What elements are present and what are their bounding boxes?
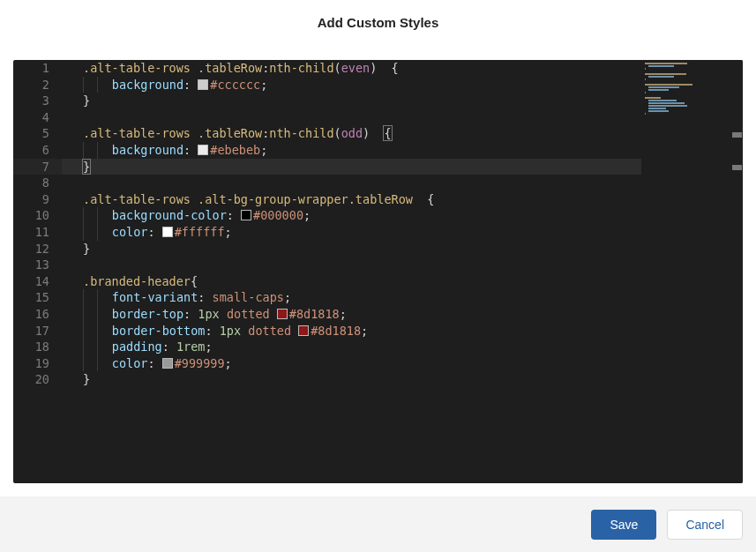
line-number: 4 (13, 109, 62, 126)
code-line[interactable]: } (62, 371, 641, 388)
indent-guide (97, 207, 98, 224)
code-token: 1px (198, 307, 219, 321)
code-token: .branded-header (83, 274, 191, 288)
editor-overview-ruler[interactable] (731, 60, 743, 483)
code-line[interactable]: } (62, 241, 641, 257)
code-line[interactable]: border-bottom: 1px dotted #8d1818; (62, 323, 641, 339)
code-line-content: } (62, 242, 90, 256)
code-line-content: background: #ebebeb; (62, 143, 267, 157)
code-token: : (183, 307, 198, 321)
code-token: } (82, 159, 91, 175)
code-line-content: background: #cccccc; (62, 78, 267, 92)
line-number: 16 (13, 306, 62, 323)
code-token: : (183, 143, 198, 157)
minimap-strip (645, 73, 686, 75)
minimap-strip (648, 105, 687, 107)
code-token: #8d1818 (311, 324, 361, 338)
code-line-content: background-color: #000000; (62, 208, 311, 222)
code-token: .alt-table-rows (83, 126, 191, 140)
code-token: ; (303, 208, 311, 222)
code-token: ; (340, 307, 347, 321)
code-token: padding (112, 339, 162, 354)
editor-minimap[interactable] (643, 60, 731, 483)
code-token: dotted (248, 324, 291, 338)
code-token: ( (334, 126, 341, 140)
minimap-strip (648, 86, 679, 88)
code-line[interactable]: background: #ebebeb; (62, 142, 641, 159)
editor-gutter: 1234567891011121314151617181920 (13, 60, 62, 483)
minimap-strip (648, 100, 677, 101)
css-editor[interactable]: 1234567891011121314151617181920 .alt-tab… (13, 60, 743, 483)
code-line[interactable]: .alt-table-rows .alt-bg-group-wrapper.ta… (62, 191, 641, 208)
indent-guide (83, 142, 84, 159)
indent-guide (83, 306, 84, 323)
line-number: 2 (13, 77, 62, 93)
code-token: background-color (112, 208, 227, 222)
code-token: 1rem (176, 339, 206, 354)
code-line[interactable]: } (62, 159, 641, 175)
code-token: odd (341, 126, 363, 140)
code-line[interactable]: border-top: 1px dotted #8d1818; (62, 306, 641, 323)
code-token: ; (225, 356, 232, 370)
color-swatch[interactable] (298, 325, 309, 336)
minimap-strip (648, 108, 666, 109)
color-swatch[interactable] (198, 145, 208, 155)
code-line-content: padding: 1rem; (62, 339, 213, 354)
save-button[interactable]: Save (591, 510, 656, 540)
code-token: : (147, 225, 161, 239)
line-number: 12 (13, 241, 62, 257)
code-line[interactable] (62, 109, 641, 126)
cancel-button[interactable]: Cancel (667, 510, 743, 540)
code-token: ; (260, 78, 267, 92)
code-line[interactable]: .branded-header{ (62, 273, 641, 290)
indent-guide (97, 339, 98, 355)
minimap-strip (648, 102, 685, 104)
code-token: #8d1818 (289, 307, 340, 321)
line-number: 17 (13, 323, 62, 339)
line-number: 8 (13, 175, 62, 191)
minimap-strip (648, 89, 669, 91)
color-swatch[interactable] (241, 210, 251, 220)
code-line[interactable]: } (62, 93, 641, 109)
minimap-strip (648, 110, 669, 112)
code-line[interactable]: font-variant: small-caps; (62, 289, 641, 306)
editor-code-area[interactable]: .alt-table-rows .tableRow:nth-child(even… (62, 60, 641, 483)
code-line[interactable] (62, 257, 641, 273)
code-token: ; (361, 324, 368, 338)
line-number: 20 (13, 371, 62, 388)
code-line[interactable]: background-color: #000000; (62, 207, 641, 224)
color-swatch[interactable] (162, 358, 173, 369)
code-token (191, 61, 198, 75)
indent-guide (97, 224, 98, 241)
code-line[interactable]: background: #cccccc; (62, 77, 641, 93)
color-swatch[interactable] (198, 79, 208, 90)
minimap-strip (645, 113, 646, 115)
code-line-content: } (62, 160, 90, 174)
code-token (291, 324, 298, 338)
code-token: nth-child (269, 126, 333, 140)
code-line[interactable] (62, 175, 641, 191)
code-token: .alt-bg-group-wrapper.tableRow (198, 192, 413, 206)
code-line[interactable]: padding: 1rem; (62, 339, 641, 355)
code-token: background (112, 78, 183, 92)
code-token: : (198, 290, 212, 304)
code-token: ; (205, 339, 212, 354)
code-line[interactable]: .alt-table-rows .tableRow:nth-child(odd)… (62, 125, 641, 142)
dialog-header: Add Custom Styles (0, 0, 756, 44)
color-swatch[interactable] (277, 309, 288, 319)
code-line-content (62, 257, 83, 272)
code-token: .alt-table-rows (83, 192, 191, 206)
indent-guide (83, 77, 84, 93)
code-token: ; (260, 143, 267, 157)
code-line[interactable]: color: #999999; (62, 355, 641, 372)
minimap-strip (648, 76, 674, 78)
code-token: .tableRow (198, 61, 262, 75)
code-line-content: .alt-table-rows .tableRow:nth-child(even… (62, 61, 399, 75)
code-token: small-caps (213, 290, 284, 304)
code-line[interactable]: .alt-table-rows .tableRow:nth-child(even… (62, 60, 641, 77)
line-number: 14 (13, 273, 62, 290)
color-swatch[interactable] (162, 227, 173, 237)
line-number: 18 (13, 339, 62, 355)
code-token: } (83, 93, 90, 108)
code-line[interactable]: color: #ffffff; (62, 224, 641, 241)
